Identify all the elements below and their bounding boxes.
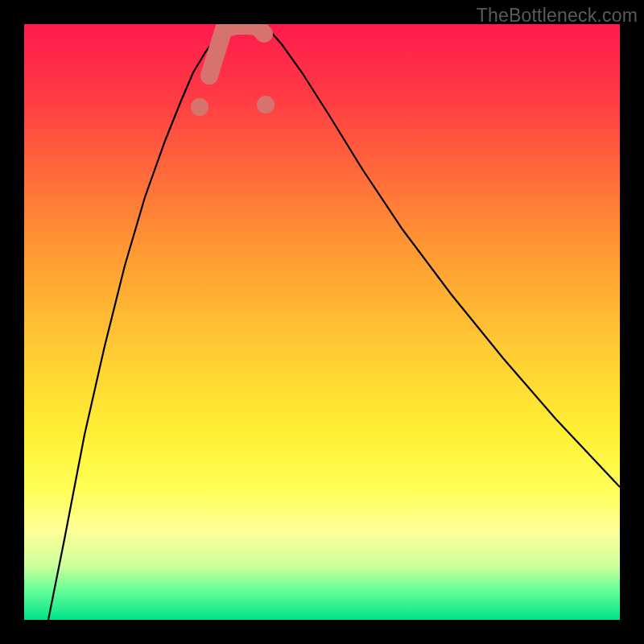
- chart-frame: TheBottleneck.com: [0, 0, 644, 644]
- plot-background: [24, 24, 620, 620]
- watermark-text: TheBottleneck.com: [477, 5, 638, 27]
